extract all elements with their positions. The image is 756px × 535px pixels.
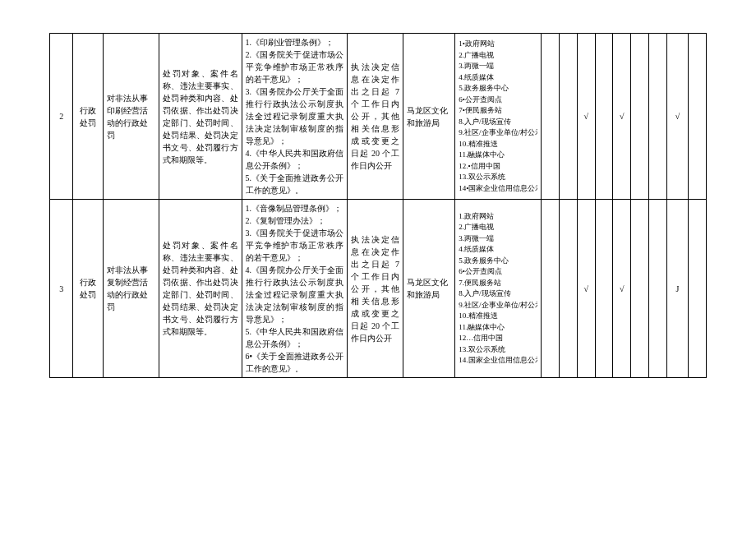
channel-item: 6•公开查阅点 bbox=[459, 95, 537, 106]
channel-item: 14•国家企业信用信息公示系统 bbox=[459, 183, 537, 195]
cell-check: √ bbox=[577, 34, 595, 200]
cell-action: 对非法从事复制经营活动的行政处罚 bbox=[104, 200, 159, 378]
channel-item: 13.双公示系统 bbox=[459, 172, 537, 183]
channel-item: 10.精准推送 bbox=[459, 139, 537, 150]
channel-item: 3.两微一端 bbox=[459, 233, 537, 245]
channel-item: 1•政府网站 bbox=[459, 39, 537, 50]
cell-check: J bbox=[666, 200, 688, 378]
cell-time: 执法决定信息在决定作出之日起 7 个工作日内公开，其他相关信息形成或变更之日起 … bbox=[348, 34, 403, 200]
channel-item: 9.社区/企事业单位/村公示栏（电子屏） bbox=[459, 127, 537, 139]
cell-check bbox=[649, 200, 667, 378]
cell-index: 3 bbox=[50, 200, 73, 378]
cell-check bbox=[595, 200, 613, 378]
cell-channels: 1•政府网站 2.广播电视 3.两微一端 4.纸质媒体 5.政务服务中心 6•公… bbox=[455, 34, 542, 200]
cell-time: 执法决定信息在决定作出之日起 7 个工作日内公开，其他相关信息形成或变更之日起 … bbox=[348, 200, 403, 378]
channel-item: 7.便民服务站 bbox=[459, 278, 537, 289]
cell-check bbox=[542, 200, 560, 378]
channel-item: 5.政务服务中心 bbox=[459, 256, 537, 267]
channel-item: 8.入户/现场宣传 bbox=[459, 117, 537, 128]
channel-item: 12…信用中国 bbox=[459, 333, 537, 344]
table-body: 2 行政处罚 对非法从事印刷经营活动的行政处罚 处罚对象、案件名称、违法主要事实… bbox=[50, 34, 707, 378]
cell-check bbox=[631, 200, 649, 378]
cell-dept: 马龙区文化和旅游局 bbox=[403, 200, 455, 378]
cell-check bbox=[542, 34, 560, 200]
channel-item: 10.精准推送 bbox=[459, 311, 537, 322]
cell-index: 2 bbox=[50, 34, 73, 200]
cell-check: √ bbox=[613, 34, 631, 200]
cell-check bbox=[559, 200, 577, 378]
channel-item: 13.双公示系统 bbox=[459, 344, 537, 356]
cell-content: 处罚对象、案件名称、违法主要事实、处罚种类和内容、处罚依据、作出处罚决定部门、处… bbox=[159, 200, 242, 378]
cell-channels: 1.政府网站 2.广播电视 3.两微一端 4.纸质媒体 5.政务服务中心 6•公… bbox=[455, 200, 542, 378]
cell-check: √ bbox=[577, 200, 595, 378]
channel-item: 9.社区/企事业单位/村公示栏（电子屏） bbox=[459, 300, 537, 311]
channel-item: 14.国家企业信用信息公示系统 bbox=[459, 355, 537, 367]
channel-item: 1.政府网站 bbox=[459, 211, 537, 223]
cell-category: 行政处罚 bbox=[73, 200, 104, 378]
cell-category: 行政处罚 bbox=[73, 34, 104, 200]
policy-table: 2 行政处罚 对非法从事印刷经营活动的行政处罚 处罚对象、案件名称、违法主要事实… bbox=[49, 33, 707, 378]
cell-check: √ bbox=[613, 200, 631, 378]
channel-item: 11.融媒体中心 bbox=[459, 322, 537, 334]
channel-item: 5.政务服务中心 bbox=[459, 83, 537, 95]
cell-content: 处罚对象、案件名称、违法主要事实、处罚种类和内容、处罚依据、作出处罚决定部门、处… bbox=[159, 34, 242, 200]
channel-item: 8.入户/现场宣传 bbox=[459, 288, 537, 300]
channel-item: 4.纸质媒体 bbox=[459, 72, 537, 84]
cell-check bbox=[689, 34, 707, 200]
channel-item: 2.广播电视 bbox=[459, 50, 537, 62]
cell-basis: 1.《音像制品管理条例》；2.《复制管理办法》；3.《国务院关于促进市场公平竞争… bbox=[242, 200, 348, 378]
cell-check bbox=[649, 34, 667, 200]
channel-item: 12.•信用中国 bbox=[459, 161, 537, 173]
cell-check bbox=[559, 34, 577, 200]
channel-item: 11.融媒体中心 bbox=[459, 150, 537, 161]
channel-item: 4.纸质媒体 bbox=[459, 244, 537, 256]
channel-item: 3.两微一端 bbox=[459, 61, 537, 72]
cell-check bbox=[689, 200, 707, 378]
cell-dept: 马龙区文化和旅游局 bbox=[403, 34, 455, 200]
cell-basis: 1.《印刷业管理条例》；2.《国务院关于促进市场公平竞争维护市场正常秩序的若干意… bbox=[242, 34, 348, 200]
cell-action: 对非法从事印刷经营活动的行政处罚 bbox=[104, 34, 159, 200]
channel-item: 6•公开查阅点 bbox=[459, 266, 537, 278]
channel-item: 7•便民服务站 bbox=[459, 105, 537, 117]
channel-item: 2.广播电视 bbox=[459, 222, 537, 233]
cell-check bbox=[631, 34, 649, 200]
table-row: 3 行政处罚 对非法从事复制经营活动的行政处罚 处罚对象、案件名称、违法主要事实… bbox=[50, 200, 707, 378]
cell-check: √ bbox=[666, 34, 688, 200]
table-row: 2 行政处罚 对非法从事印刷经营活动的行政处罚 处罚对象、案件名称、违法主要事实… bbox=[50, 34, 707, 200]
cell-check bbox=[595, 34, 613, 200]
